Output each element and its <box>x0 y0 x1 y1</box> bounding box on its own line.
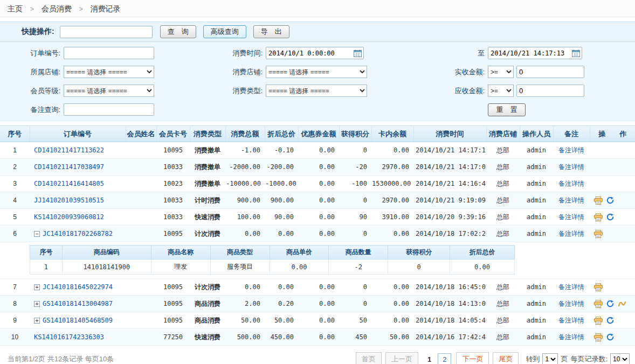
breadcrumb-home-link[interactable]: 主页 <box>8 4 23 13</box>
refresh-icon[interactable] <box>606 197 614 204</box>
product-column-header: 商品数量 <box>329 246 388 260</box>
order-no-link[interactable]: JJ1410201039510515 <box>34 197 104 204</box>
consume-time-from-input[interactable] <box>266 47 364 59</box>
consume-store-select[interactable]: ===== 请选择 ===== <box>266 66 367 78</box>
breadcrumb-separator: > <box>79 5 83 13</box>
note-detail-link[interactable]: 备注详情 <box>558 300 584 307</box>
product-cell: 0 <box>388 260 450 275</box>
consume-type-cell: 计时消费 <box>190 192 225 209</box>
operator-cell: admin <box>520 176 553 192</box>
calendar-icon[interactable] <box>354 50 362 57</box>
breadcrumb: 主页 > 会员消费 > 消费记录 <box>0 0 635 17</box>
order-no-cell: +GS1410181405468509 <box>30 312 126 329</box>
received-amount-input[interactable] <box>516 66 584 78</box>
first-page-button[interactable]: 首页 <box>356 352 382 364</box>
card-balance-cell: 3910.00 <box>371 209 413 226</box>
total-amount-cell: -2000.00 <box>225 159 265 176</box>
order-no-link[interactable]: CD1410211417038497 <box>34 163 104 171</box>
order-no-link[interactable]: JC1410181702268782 <box>43 230 113 237</box>
note-query-input[interactable] <box>64 103 154 116</box>
expand-row-icon[interactable]: + <box>34 284 40 290</box>
own-store-select[interactable]: ===== 请选择 ===== <box>64 66 154 78</box>
order-no-link[interactable]: CD1410211416414805 <box>34 180 104 187</box>
order-no-link[interactable]: CD1410211417113622 <box>34 146 104 154</box>
receivable-amount-op-select[interactable]: >= <box>488 85 514 97</box>
quick-search-input[interactable] <box>60 26 153 38</box>
refresh-icon[interactable] <box>606 317 614 324</box>
consume-time-to-input[interactable] <box>488 47 582 59</box>
print-icon[interactable] <box>594 283 603 291</box>
note-detail-link[interactable]: 备注详情 <box>558 230 584 237</box>
receivable-amount-input[interactable] <box>516 85 584 97</box>
product-cell: 服务项目 <box>210 260 270 275</box>
order-no-link[interactable]: KS1410200939060812 <box>34 213 104 221</box>
consume-time-cell: 2014/10/16 17:42:48 <box>413 329 486 346</box>
column-header: 消费总额 <box>225 126 265 142</box>
product-cell: -2 <box>329 260 388 275</box>
last-page-button[interactable]: 尾页 <box>493 352 519 364</box>
order-no-link[interactable]: KS1410161742336303 <box>34 333 104 341</box>
total-amount-cell: 0.00 <box>225 226 265 242</box>
expand-row-icon[interactable]: + <box>34 318 40 324</box>
export-button[interactable]: 导 出 <box>253 25 289 38</box>
print-icon[interactable] <box>594 197 603 205</box>
order-no-input[interactable] <box>64 47 154 59</box>
points-earned-cell: 50 <box>339 312 371 329</box>
discounted-price-cell: 0.00 <box>265 279 298 296</box>
collapse-row-icon[interactable]: − <box>34 231 40 237</box>
refresh-icon[interactable] <box>606 213 614 221</box>
note-detail-link[interactable]: 备注详情 <box>558 180 584 187</box>
discounted-price-cell: 0.20 <box>265 296 298 312</box>
next-page-button[interactable]: 下一页 <box>456 352 489 364</box>
column-header: 序号 <box>0 126 30 142</box>
expand-row-icon[interactable]: + <box>34 301 40 307</box>
note-detail-link[interactable]: 备注详情 <box>558 197 584 204</box>
goto-page-select[interactable]: 1 <box>542 353 558 364</box>
operator-cell: admin <box>520 296 553 312</box>
member-level-select[interactable]: ===== 请选择 ===== <box>64 85 154 97</box>
order-no-link[interactable]: JC1410181645022974 <box>43 283 113 291</box>
received-amount-op-select[interactable]: >= <box>488 66 514 78</box>
note-detail-link[interactable]: 备注详情 <box>558 283 584 291</box>
goto-suffix: 页 <box>561 354 568 364</box>
store-cell: 总部 <box>486 192 520 209</box>
refresh-icon[interactable] <box>606 300 614 307</box>
consume-time-cell: 2014/10/18 17:02:26 <box>413 226 486 242</box>
note-detail-link[interactable]: 备注详情 <box>558 146 584 154</box>
reset-button[interactable]: 重 置 <box>488 103 526 116</box>
member-name-cell <box>126 209 156 226</box>
total-amount-cell: 100.00 <box>225 209 265 226</box>
order-no-label: 订单编号: <box>0 48 60 58</box>
print-icon[interactable] <box>594 333 603 341</box>
member-name-cell <box>126 279 156 296</box>
print-icon[interactable] <box>594 230 603 238</box>
column-header: 消费时间 <box>413 126 486 142</box>
note-detail-link[interactable]: 备注详情 <box>558 333 584 341</box>
order-no-link[interactable]: GS1410181405468509 <box>43 317 113 324</box>
print-icon[interactable] <box>594 213 603 221</box>
breadcrumb-member-consume-link[interactable]: 会员消费 <box>42 4 72 13</box>
coupon-amount-cell: 0.00 <box>298 176 339 192</box>
print-icon[interactable] <box>594 300 603 308</box>
record-row: 7+JC141018164502297410095计次消费0.000.000.0… <box>0 279 635 296</box>
member-name-cell <box>126 176 156 192</box>
page-size-select[interactable]: 10 <box>610 353 630 364</box>
calendar-icon[interactable] <box>572 50 580 57</box>
column-header: 消费店铺 <box>486 126 520 142</box>
note-detail-link[interactable]: 备注详情 <box>558 163 584 171</box>
page-number-link[interactable]: 2 <box>438 353 451 364</box>
gift-icon[interactable] <box>618 300 626 307</box>
print-icon[interactable] <box>594 317 603 325</box>
refresh-icon[interactable] <box>606 333 614 341</box>
operator-cell: admin <box>520 192 553 209</box>
consume-type-select[interactable]: ===== 请选择 ===== <box>266 85 367 97</box>
store-cell: 总部 <box>486 329 520 346</box>
advanced-query-button[interactable]: 高级查询 <box>203 25 246 38</box>
order-no-link[interactable]: GS1410181413004987 <box>43 300 113 307</box>
note-detail-link[interactable]: 备注详情 <box>558 213 584 221</box>
prev-page-button[interactable]: 上一页 <box>385 352 418 364</box>
query-button[interactable]: 查 询 <box>160 25 196 38</box>
actions-cell <box>590 312 635 329</box>
note-detail-link[interactable]: 备注详情 <box>558 317 584 324</box>
product-cell: 0.00 <box>270 260 329 275</box>
